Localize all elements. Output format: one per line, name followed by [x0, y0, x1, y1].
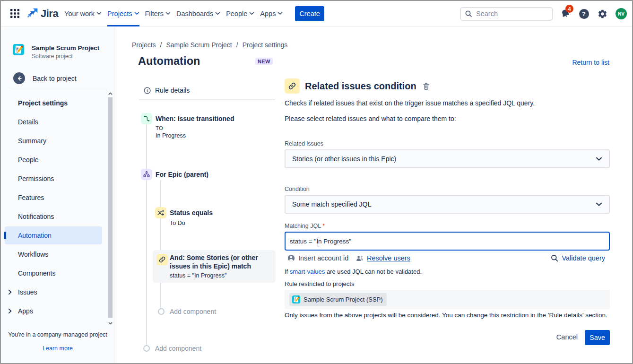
restricted-note: Only issues from the above projects will…	[285, 312, 607, 319]
related-issues-condition-item[interactable]: And: Some Stories (or other issues in th…	[153, 250, 276, 283]
sidebar-item-people[interactable]: People	[1, 150, 107, 169]
chain-divider	[139, 99, 275, 100]
scrollbar-up-arrow[interactable]	[107, 90, 113, 97]
sidebar-item-workflows[interactable]: Workflows	[1, 245, 107, 264]
condition-item-text: And: Some Stories (or other issues in th…	[170, 253, 271, 280]
scrollbar-thumb[interactable]	[108, 97, 113, 318]
sidebar-item-label: Workflows	[18, 251, 48, 258]
sidebar-item-summary[interactable]: Summary	[1, 131, 107, 150]
learn-more-link[interactable]: Learn more	[1, 345, 114, 352]
resolve-users-label: Resolve users	[367, 254, 410, 262]
add-component-circle-icon	[143, 345, 150, 352]
smart-values-note: If smart-values are used JQL can not be …	[285, 268, 422, 275]
smart-values-link[interactable]: smart-values	[290, 268, 325, 275]
trigger-line1: TO	[156, 125, 234, 131]
nav-your-work[interactable]: Your work	[61, 1, 104, 26]
nav-people[interactable]: People	[223, 1, 257, 26]
sidebar-item-features[interactable]: Features	[1, 188, 107, 207]
sidebar-item-label: Notifications	[18, 213, 54, 220]
sidebar-item-details[interactable]: Details	[1, 113, 107, 131]
condition-select[interactable]: Some match specified JQL	[285, 195, 610, 214]
sidebar-item-label: Project settings	[18, 99, 68, 107]
save-button[interactable]: Save	[585, 330, 610, 345]
nav-right: Search 4 ? NV	[460, 1, 627, 26]
sidebar-item-permissions[interactable]: Permissions	[1, 169, 107, 188]
cancel-button[interactable]: Cancel	[556, 333, 578, 341]
panel-footer: Cancel Save	[285, 330, 610, 345]
notifications-button[interactable]: 4	[560, 8, 571, 19]
trigger-title: When: Issue transitioned	[156, 114, 234, 123]
back-to-project[interactable]: Back to project	[13, 72, 77, 84]
search-placeholder: Search	[476, 10, 498, 17]
nav-apps[interactable]: Apps	[257, 1, 286, 26]
insert-account-id-button[interactable]: Insert account id	[287, 254, 348, 262]
related-issues-select[interactable]: Stories (or other issues in this Epic)	[285, 149, 610, 168]
branch-title: For Epic (parent)	[156, 170, 208, 179]
rule-details-item[interactable]: Rule details	[144, 87, 190, 94]
search-input[interactable]: Search	[460, 7, 553, 21]
nav-projects-label: Projects	[107, 10, 132, 17]
add-component-outer[interactable]: Add component	[143, 345, 201, 352]
settings-button[interactable]	[597, 8, 608, 19]
profile-avatar[interactable]: NV	[616, 8, 627, 19]
help-button[interactable]: ?	[578, 8, 590, 19]
sidebar-item-label: Permissions	[18, 175, 54, 182]
sidebar-item-apps[interactable]: Apps	[1, 302, 107, 321]
project-type: Software project	[32, 53, 99, 60]
status-condition-item[interactable]: Status equals To Do	[170, 208, 213, 227]
sidebar-item-label: People	[18, 156, 39, 164]
matching-jql-label-text: Matching JQL	[285, 223, 321, 229]
app-switcher-button[interactable]	[9, 9, 20, 19]
top-nav: Jira Your work Projects Filters Dashboar…	[1, 1, 632, 26]
jql-value: status = "In Progress"	[290, 238, 351, 245]
project-avatar-icon	[292, 295, 300, 303]
nav-filters-label: Filters	[145, 10, 164, 17]
sidebar-scrollbar[interactable]	[107, 90, 113, 327]
matching-jql-input[interactable]: status = "In Progress"	[285, 232, 610, 251]
back-to-project-label: Back to project	[33, 75, 77, 82]
project-header: Sample Scrum Project Software project	[13, 44, 99, 60]
selected-item-indicator	[4, 232, 6, 239]
delete-condition-button[interactable]	[423, 82, 430, 90]
condition-item-title: And: Some Stories (or other issues in th…	[170, 253, 271, 270]
panel-header: Related issues condition	[285, 78, 430, 94]
chevron-down-icon	[596, 202, 602, 207]
add-component-inner[interactable]: Add component	[158, 308, 216, 315]
trash-icon	[423, 82, 430, 90]
insert-account-id-label: Insert account id	[298, 254, 348, 262]
smart-note-prefix: If	[285, 268, 290, 275]
scrollbar-down-arrow[interactable]	[107, 320, 113, 327]
jira-logo[interactable]: Jira	[26, 8, 58, 20]
condition-value: Some match specified JQL	[292, 200, 371, 208]
search-icon	[551, 254, 558, 262]
create-button[interactable]: Create	[295, 6, 324, 21]
nav-filters[interactable]: Filters	[142, 1, 173, 26]
link-icon	[285, 78, 300, 94]
restricted-projects-box: Sample Scrum Project (SSP)	[285, 290, 610, 309]
nav-dashboards[interactable]: Dashboards	[173, 1, 223, 26]
sidebar-item-components[interactable]: Components	[1, 264, 107, 283]
app-grid-icon	[10, 9, 19, 18]
resolve-users-button[interactable]: Resolve users	[356, 254, 410, 262]
validate-query-button[interactable]: Validate query	[551, 254, 605, 262]
sidebar-item-label: Issues	[18, 288, 37, 296]
project-tag[interactable]: Sample Scrum Project (SSP)	[289, 293, 387, 306]
required-asterisk: *	[322, 223, 325, 229]
nav-projects[interactable]: Projects	[104, 1, 142, 26]
trigger-item[interactable]: When: Issue transitioned TO In Progress	[156, 114, 234, 139]
jira-logo-word: Jira	[41, 8, 58, 20]
project-avatar-icon	[13, 44, 24, 60]
branch-item[interactable]: For Epic (parent)	[156, 170, 208, 179]
sidebar-item-automation[interactable]: Automation	[1, 226, 107, 245]
search-icon	[465, 10, 472, 17]
panel-title: Related issues condition	[305, 81, 416, 92]
people-icon	[356, 255, 364, 262]
chevron-down-icon	[165, 12, 171, 15]
project-settings-menu: Project settings Details Summary People …	[1, 94, 107, 321]
smart-note-suffix: are used JQL can not be validated.	[325, 268, 422, 275]
sidebar-item-notifications[interactable]: Notifications	[1, 207, 107, 226]
notifications-badge: 4	[565, 5, 573, 13]
sidebar-item-issues[interactable]: Issues	[1, 283, 107, 302]
rule-details-label: Rule details	[155, 87, 190, 94]
condition-label: Condition	[285, 186, 310, 192]
